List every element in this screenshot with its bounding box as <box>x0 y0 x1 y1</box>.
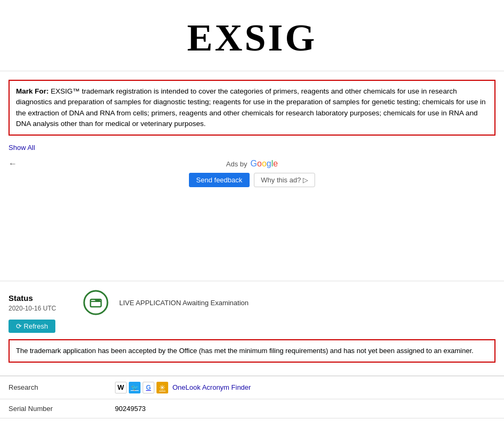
why-ad-arrow-icon: ▷ <box>303 176 308 184</box>
page-container: EXSIG Mark For: EXSIG™ trademark registr… <box>0 0 504 418</box>
logo-section: EXSIG <box>0 0 504 71</box>
info-table: Research W 🐦 G ✳ OneLook Acronym Finder … <box>0 376 504 418</box>
mark-for-section: Mark For: EXSIG™ trademark registration … <box>9 80 495 136</box>
mark-for-text: EXSIG™ trademark registration is intende… <box>16 87 486 128</box>
logo-text: EXSIG <box>11 16 493 60</box>
show-all-link[interactable]: Show All <box>9 144 35 152</box>
google-search-icon[interactable]: G <box>143 382 154 393</box>
show-all-row: Show All <box>0 140 504 155</box>
wikipedia-icon[interactable]: W <box>115 382 127 393</box>
ads-by-text: Ads by <box>226 160 247 168</box>
status-text: LIVE APPLICATION Awaiting Examination <box>119 299 249 307</box>
status-section: Status 2020-10-16 UTC LIVE APPLICATION A… <box>0 281 504 376</box>
status-label-col: Status 2020-10-16 UTC <box>9 294 72 312</box>
status-row: Status 2020-10-16 UTC LIVE APPLICATION A… <box>9 290 495 315</box>
ads-section: ← Ads by Google Send feedback Why this a… <box>0 155 504 281</box>
status-live-icon <box>83 290 109 315</box>
twitter-icon[interactable]: 🐦 <box>129 382 141 393</box>
send-feedback-button[interactable]: Send feedback <box>189 173 250 187</box>
research-row: Research W 🐦 G ✳ OneLook Acronym Finder <box>0 376 504 399</box>
back-arrow[interactable]: ← <box>9 159 17 169</box>
status-date: 2020-10-16 UTC <box>9 305 72 312</box>
serial-number-row: Serial Number 90249573 <box>0 399 504 418</box>
ads-header: ← Ads by Google <box>9 159 495 169</box>
status-notice: The trademark application has been accep… <box>9 339 495 363</box>
asterisk-icon[interactable]: ✳ <box>156 382 168 393</box>
serial-number-value: 90249573 <box>106 399 504 418</box>
serial-number-label: Serial Number <box>0 399 106 418</box>
research-links: W 🐦 G ✳ OneLook Acronym Finder <box>106 376 504 399</box>
ads-buttons: Send feedback Why this ad? ▷ <box>9 173 495 187</box>
why-this-ad-button[interactable]: Why this ad? ▷ <box>254 173 315 187</box>
ad-content-area <box>9 187 495 272</box>
onelook-link[interactable]: OneLook Acronym Finder <box>172 383 251 391</box>
why-ad-label: Why this ad? <box>261 176 301 184</box>
refresh-button[interactable]: ⟳ Refresh <box>9 320 55 333</box>
status-title: Status <box>9 294 72 303</box>
mark-for-label: Mark For: <box>16 87 49 95</box>
svg-point-0 <box>84 291 108 314</box>
research-icons: W 🐦 G ✳ OneLook Acronym Finder <box>115 382 251 393</box>
google-logo: Google <box>251 159 278 169</box>
research-label: Research <box>0 376 106 399</box>
